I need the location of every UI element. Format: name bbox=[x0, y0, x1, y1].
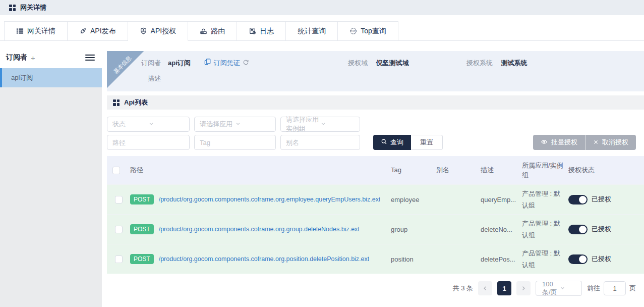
table-row: POST /product/org.gocom.components.cofra… bbox=[107, 244, 644, 274]
prev-page-button[interactable] bbox=[478, 281, 492, 295]
goto-label: 前往 bbox=[587, 284, 600, 293]
sidebar-header: 订阅者 + bbox=[0, 47, 102, 68]
path-input[interactable] bbox=[107, 135, 190, 150]
rocket-icon bbox=[79, 27, 87, 35]
subscription-credential[interactable]: 订阅凭证 bbox=[204, 58, 249, 68]
sidebar-filler bbox=[0, 87, 102, 307]
hamburger-icon[interactable] bbox=[85, 53, 95, 62]
auth-toggle[interactable] bbox=[568, 254, 588, 264]
description-cell: deleteNo... bbox=[481, 226, 522, 233]
page-size-value: 100条/页 bbox=[542, 280, 560, 297]
auth-system-value: 测试系统 bbox=[501, 59, 527, 67]
shield-icon bbox=[140, 27, 147, 35]
auth-toggle[interactable] bbox=[568, 195, 588, 204]
alias-input[interactable] bbox=[280, 135, 360, 150]
chevron-down-icon bbox=[560, 285, 577, 292]
app-group-cell: 产品管理 : 默认组 bbox=[522, 218, 568, 241]
auth-status-label: 已授权 bbox=[592, 225, 611, 234]
eye-icon bbox=[541, 138, 548, 147]
instance-group-select[interactable]: 请选择应用实例组 bbox=[280, 117, 360, 132]
column-header-description: 描述 bbox=[481, 165, 522, 175]
select-all-checkbox[interactable] bbox=[112, 167, 120, 174]
tab-label: API发布 bbox=[90, 27, 116, 36]
chevron-down-icon bbox=[148, 121, 184, 128]
search-button[interactable]: 查询 bbox=[373, 135, 411, 150]
search-icon bbox=[381, 138, 387, 146]
api-list-section-header: Api列表 bbox=[107, 95, 644, 110]
chevron-down-icon bbox=[320, 121, 355, 128]
tab-statistics-query[interactable]: 统计查询 bbox=[286, 21, 338, 41]
subscriber-sidebar: 订阅者 + api订阅 bbox=[0, 47, 102, 307]
table-header-row: 路径 Tag 别名 描述 所属应用/实例组 授权状态 bbox=[107, 156, 644, 184]
list-icon bbox=[16, 27, 24, 35]
cancel-authorize-button[interactable]: 取消授权 bbox=[586, 135, 636, 150]
page-title: 网关详情 bbox=[20, 3, 46, 12]
search-button-label: 查询 bbox=[390, 138, 403, 147]
chevron-down-icon bbox=[235, 121, 270, 128]
goto-suffix: 页 bbox=[629, 284, 636, 293]
total-count: 共 3 条 bbox=[453, 284, 473, 293]
api-path-link[interactable]: /product/org.gocom.components.coframe.or… bbox=[159, 226, 360, 233]
row-checkbox[interactable] bbox=[115, 255, 123, 263]
log-icon bbox=[249, 27, 256, 35]
api-path-link[interactable]: /product/org.gocom.components.coframe.or… bbox=[159, 255, 370, 263]
app-grid-icon bbox=[9, 5, 16, 11]
sidebar-main-gap bbox=[102, 47, 107, 307]
app-grid-icon bbox=[113, 99, 120, 106]
api-path-link[interactable]: /product/org.gocom.components.coframe.or… bbox=[159, 196, 381, 203]
reset-button[interactable]: 重置 bbox=[411, 135, 443, 150]
bulk-action-group: 批量授权 取消授权 bbox=[533, 135, 636, 150]
current-page-button[interactable]: 1 bbox=[497, 281, 511, 295]
app-select[interactable]: 请选择应用 bbox=[194, 117, 276, 132]
basic-info-panel: 基本信息 订阅者 api订阅 订阅凭证 授权域 倪坚测试域 授权系统 bbox=[107, 51, 644, 91]
top-badge-icon: TOP bbox=[349, 27, 357, 35]
tab-gateway-detail[interactable]: 网关详情 bbox=[4, 21, 68, 41]
goto-page-input[interactable] bbox=[604, 281, 626, 295]
table-row: POST /product/org.gocom.components.cofra… bbox=[107, 214, 644, 244]
basic-info-ribbon: 基本信息 bbox=[107, 51, 144, 88]
router-icon bbox=[200, 27, 207, 35]
next-page-button[interactable] bbox=[516, 281, 531, 295]
status-select[interactable]: 状态 bbox=[107, 117, 190, 132]
copy-icon[interactable] bbox=[204, 58, 211, 68]
goto-page-group: 前往 页 bbox=[587, 281, 636, 295]
tab-api-publish[interactable]: API发布 bbox=[68, 21, 128, 41]
filter-row-selects: 状态 请选择应用 请选择应用实例组 bbox=[107, 117, 644, 132]
tag-cell: group bbox=[391, 226, 436, 233]
reset-button-label: 重置 bbox=[420, 138, 433, 146]
auth-status-label: 已授权 bbox=[592, 195, 611, 204]
app-select-placeholder: 请选择应用 bbox=[200, 120, 235, 129]
tag-cell: position bbox=[391, 255, 436, 263]
page-size-select[interactable]: 100条/页 bbox=[536, 281, 582, 296]
row-checkbox[interactable] bbox=[115, 196, 123, 203]
auth-domain-label: 授权域 bbox=[348, 59, 368, 67]
method-badge: POST bbox=[130, 224, 154, 234]
tab-label: API授权 bbox=[151, 27, 177, 36]
description-cell: deletePos... bbox=[481, 255, 522, 263]
auth-toggle[interactable] bbox=[568, 225, 588, 234]
batch-authorize-button[interactable]: 批量授权 bbox=[533, 135, 586, 150]
sidebar-item-api-subscription[interactable]: api订阅 bbox=[0, 68, 102, 87]
app-group-cell: 产品管理 : 默认组 bbox=[522, 188, 568, 212]
refresh-icon[interactable] bbox=[243, 59, 249, 68]
add-subscriber-button[interactable]: + bbox=[31, 54, 35, 62]
column-header-app-group: 所属应用/实例组 bbox=[522, 161, 568, 180]
tag-input[interactable] bbox=[194, 135, 276, 150]
column-header-alias: 别名 bbox=[436, 165, 481, 175]
auth-system-field: 授权系统 测试系统 bbox=[466, 58, 527, 68]
description-row: 描述 bbox=[140, 74, 161, 83]
tab-api-authorization[interactable]: API授权 bbox=[128, 21, 189, 41]
close-icon bbox=[593, 139, 599, 146]
row-checkbox[interactable] bbox=[115, 226, 123, 233]
tab-route[interactable]: 路由 bbox=[188, 21, 237, 41]
subscriber-label: 订阅者 bbox=[140, 59, 161, 68]
api-table: 路径 Tag 别名 描述 所属应用/实例组 授权状态 POST /product… bbox=[107, 156, 644, 274]
sidebar-title: 订阅者 bbox=[6, 53, 27, 62]
filter-row-inputs: 查询 重置 批量授权 取消授权 bbox=[107, 135, 644, 150]
batch-authorize-label: 批量授权 bbox=[551, 138, 577, 147]
credential-link[interactable]: 订阅凭证 bbox=[214, 59, 240, 68]
tab-top-query[interactable]: TOP Top查询 bbox=[338, 21, 398, 41]
column-header-tag: Tag bbox=[391, 165, 436, 175]
tab-log[interactable]: 日志 bbox=[237, 21, 286, 41]
tag-cell: employee bbox=[391, 196, 436, 203]
